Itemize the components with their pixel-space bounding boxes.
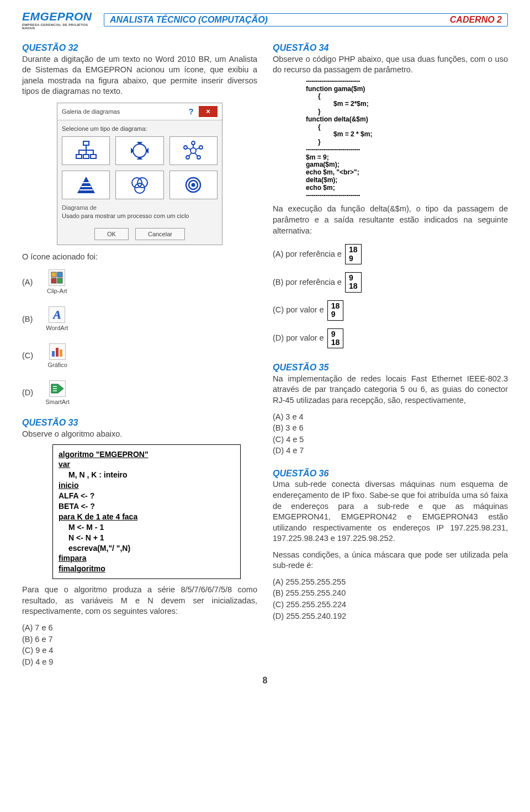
close-icon[interactable]: × (199, 106, 218, 117)
logo-title: EMGEPRON (22, 10, 99, 23)
q35-options: (A) 3 e 4 (B) 3 e 6 (C) 4 e 5 (D) 4 e 7 (273, 412, 508, 457)
dialog-desc-label: Diagrama de (62, 204, 218, 212)
clipart-icon (49, 269, 65, 286)
booklet-label: CADERNO 2 (450, 15, 502, 25)
q32-option-a: (A) Clip-Art (22, 269, 257, 295)
columns: QUESTÃO 32 Durante a digitação de um tex… (22, 36, 508, 668)
dialog-title: Galeria de diagramas (62, 108, 120, 116)
algo-line: M, N , K : inteiro (59, 470, 235, 480)
svg-rect-21 (52, 351, 55, 357)
q33-after: Para que o algoritmo produza a série 8/5… (22, 585, 257, 617)
algo-line: N <- N + 1 (59, 533, 235, 543)
page-number: 8 (22, 676, 508, 686)
option-icon-label: SmartArt (39, 398, 76, 406)
svg-point-5 (190, 148, 196, 153)
svg-point-16 (192, 183, 195, 187)
q35-option-c: (C) 4 e 5 (273, 434, 508, 445)
diagram-radial-icon[interactable] (169, 136, 218, 165)
svg-point-10 (184, 146, 187, 149)
code-line: } (306, 108, 508, 116)
q36-prompt: Uma sub-rede conecta diversas máquinas n… (273, 479, 508, 544)
option-letter: (A) (22, 277, 33, 288)
svg-rect-20 (57, 278, 62, 283)
q32-option-d: (D) SmartArt (22, 380, 257, 406)
q32-after: O ícone acionado foi: (22, 252, 257, 263)
option-text: (D) por valor e (273, 333, 324, 344)
code-dash: ---------------------------- (306, 78, 508, 86)
option-letter: (D) (22, 388, 33, 399)
code-line: function delta(&$m) (306, 116, 508, 124)
diagram-org-chart-icon[interactable] (62, 136, 110, 165)
smartart-icon (49, 380, 66, 397)
q35-option-b: (B) 3 e 6 (273, 423, 508, 434)
logo-subtitle: EMPRESA GERENCIAL DE PROJETOS NAVAIS (22, 23, 99, 30)
ok-button[interactable]: OK (94, 228, 129, 241)
algo-line: algoritmo "EMGEPRON" (59, 450, 149, 459)
option-icon-label: Clip-Art (38, 287, 76, 295)
svg-rect-23 (60, 349, 62, 357)
result-box: 189 (327, 300, 344, 321)
q34-option-a: (A) por referência e 189 (273, 244, 508, 264)
diagram-cycle-icon[interactable] (115, 136, 163, 165)
q33-title: QUESTÃO 33 (22, 417, 257, 429)
svg-rect-22 (56, 348, 59, 357)
option-text: (C) por valor e (273, 305, 324, 316)
dialog-select-label: Selecione um tipo de diagrama: (62, 125, 218, 133)
algo-line: para K de 1 ate 4 faca (59, 512, 137, 521)
diagram-venn-icon[interactable] (115, 171, 163, 199)
q33-prompt: Observe o algoritmo abaixo. (22, 429, 257, 440)
diagram-pyramid-icon[interactable] (62, 171, 110, 199)
svg-point-7 (199, 146, 203, 149)
svg-rect-18 (57, 272, 62, 277)
exam-title: ANALISTA TÉCNICO (COMPUTAÇÃO) (110, 15, 268, 25)
diagram-target-icon[interactable] (169, 171, 218, 199)
q36-option-a: (A) 255.255.255.255 (273, 577, 508, 588)
q35-title: QUESTÃO 35 (273, 362, 508, 374)
page-header: EMGEPRON EMPRESA GERENCIAL DE PROJETOS N… (22, 10, 508, 30)
code-line: echo $m, "<br>"; (306, 169, 508, 177)
code-line: function gama($m) (306, 86, 508, 93)
q32-prompt: Durante a digitação de um texto no Word … (22, 54, 257, 97)
option-letter: (C) (22, 351, 33, 362)
algo-line: inicio (59, 481, 79, 490)
q33-options: (A) 7 e 6 (B) 6 e 7 (C) 9 e 4 (D) 4 e 9 (22, 623, 257, 667)
code-line: $m = 2 * $m; (306, 131, 508, 139)
algo-line: fimpara (59, 554, 87, 562)
diagram-grid (62, 136, 218, 199)
wordart-icon: A (49, 306, 65, 323)
q34-option-b: (B) por referência e 918 (273, 272, 508, 293)
dialog-titlebar: Galeria de diagramas ? × (57, 103, 222, 120)
algo-line: M <- M - 1 (59, 522, 235, 533)
help-icon[interactable]: ? (186, 106, 197, 117)
q36-after: Nessas condições, a única máscara que po… (273, 550, 508, 571)
option-letter: (B) (22, 314, 33, 325)
svg-rect-17 (51, 272, 56, 277)
algo-line: fimalgoritmo (59, 564, 105, 573)
right-column: QUESTÃO 34 Observe o código PHP abaixo, … (273, 36, 508, 668)
svg-rect-19 (51, 278, 56, 283)
chart-icon (49, 343, 66, 360)
q36-title: QUESTÃO 36 (273, 468, 508, 480)
dialog-desc-text: Usado para mostrar um processo com um ci… (62, 212, 218, 220)
code-line: gama($m); (306, 161, 508, 169)
svg-rect-0 (83, 141, 89, 145)
svg-rect-2 (83, 155, 89, 158)
q34-after: Na execução da função delta(&$m), o tipo… (273, 204, 508, 236)
q34-option-c: (C) por valor e 189 (273, 300, 508, 321)
q34-code: ---------------------------- function ga… (306, 78, 508, 200)
diagram-gallery-dialog: Galeria de diagramas ? × Selecione um ti… (57, 103, 222, 246)
q33-option-d: (D) 4 e 9 (22, 657, 257, 668)
q32-option-b: (B) A WordArt (22, 306, 257, 332)
q35-prompt: Na implementação de redes locais Fast Et… (273, 374, 508, 406)
title-bar: ANALISTA TÉCNICO (COMPUTAÇÃO) CADERNO 2 (104, 13, 508, 26)
q36-options: (A) 255.255.255.255 (B) 255.255.255.240 … (273, 577, 508, 622)
dialog-body: Selecione um tipo de diagrama: (57, 120, 222, 225)
q33-option-b: (B) 6 e 7 (22, 634, 257, 645)
q34-prompt: Observe o código PHP abaixo, que usa dua… (273, 54, 508, 76)
q36-option-c: (C) 255.255.255.224 (273, 599, 508, 611)
code-line: echo $m; (306, 184, 508, 192)
svg-rect-3 (91, 155, 96, 158)
code-line: delta($m); (306, 177, 508, 184)
cancel-button[interactable]: Cancelar (135, 228, 185, 241)
code-dash: ---------------------------- (306, 192, 508, 200)
